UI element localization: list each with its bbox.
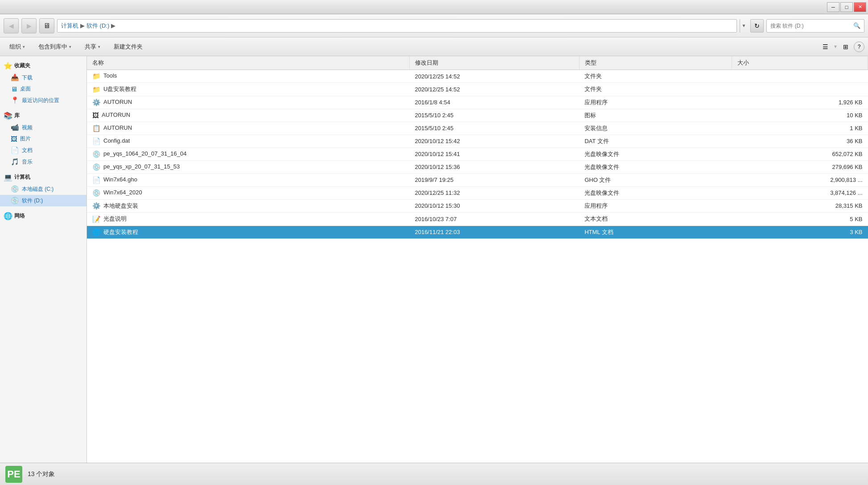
library-icon: 📚	[4, 111, 12, 120]
help-button[interactable]: ?	[854, 41, 864, 52]
file-name-cell[interactable]: 🌐硬盘安装教程	[87, 226, 409, 239]
forward-button[interactable]: ▶	[21, 18, 37, 33]
table-row[interactable]: 📄Config.dat 2020/10/12 15:42DAT 文件36 KB	[87, 135, 868, 148]
file-type-label: GHO 文件	[579, 173, 732, 186]
table-row[interactable]: 📄Win7x64.gho 2019/9/7 19:25GHO 文件2,900,8…	[87, 173, 868, 186]
library-header[interactable]: 📚 库	[0, 110, 86, 122]
sidebar-item-documents[interactable]: 📄 文档	[0, 144, 86, 156]
breadcrumb-item-computer[interactable]: 计算机	[61, 22, 78, 30]
share-button[interactable]: 共享 ▾	[79, 40, 106, 54]
column-type[interactable]: 类型	[579, 56, 732, 70]
music-label: 音乐	[22, 158, 33, 166]
download-icon: 📥	[11, 74, 19, 82]
sidebar-item-download[interactable]: 📥 下载	[0, 72, 86, 83]
file-name-cell[interactable]: ⚙️AUTORUN	[87, 96, 409, 109]
file-name-cell[interactable]: 📁Tools	[87, 70, 409, 83]
file-name-cell[interactable]: 📝光盘说明	[87, 213, 409, 226]
organize-button[interactable]: 组织 ▾	[4, 40, 31, 54]
c-drive-icon: 💿	[11, 185, 19, 193]
view-arrow[interactable]: ▼	[833, 44, 838, 49]
view-toggle-button[interactable]: ☰	[819, 41, 831, 53]
file-type-icon: 💿	[92, 189, 101, 197]
documents-icon: 📄	[11, 146, 19, 154]
file-name-cell[interactable]: 💿Win7x64_2020	[87, 186, 409, 199]
column-size[interactable]: 大小	[732, 56, 868, 70]
column-name[interactable]: 名称	[87, 56, 409, 70]
sidebar-item-d-drive[interactable]: 💿 软件 (D:)	[0, 195, 86, 206]
close-button[interactable]: ✕	[854, 2, 866, 12]
table-row[interactable]: 📝光盘说明 2016/10/23 7:07文本文档5 KB	[87, 213, 868, 226]
sidebar-item-video[interactable]: 📹 视频	[0, 122, 86, 133]
table-row[interactable]: 📋AUTORUN 2015/5/10 2:45安装信息1 KB	[87, 122, 868, 135]
sidebar-item-music[interactable]: 🎵 音乐	[0, 156, 86, 168]
file-name-cell[interactable]: 📄Win7x64.gho	[87, 173, 409, 186]
organize-label: 组织	[9, 43, 21, 51]
file-name-cell[interactable]: 📁U盘安装教程	[87, 83, 409, 96]
file-type-icon: ⚙️	[92, 99, 101, 106]
file-name-cell[interactable]: 📄Config.dat	[87, 135, 409, 148]
file-date-cell: 2020/10/12 15:36	[409, 160, 579, 173]
search-bar[interactable]: 🔍	[766, 19, 864, 33]
file-type-icon: 📄	[92, 176, 101, 184]
table-row[interactable]: ⚙️本地硬盘安装 2020/10/12 15:30应用程序28,315 KB	[87, 199, 868, 213]
file-type-icon: 🖼	[92, 111, 99, 119]
file-area: 名称 修改日期 类型 大小 📁Tools 2020/12/25 14:52文件夹…	[87, 56, 868, 463]
file-type-label: 文件夹	[579, 70, 732, 83]
table-row[interactable]: 💿pe_yqs_xp_20_07_31_15_53 2020/10/12 15:…	[87, 160, 868, 173]
up-button[interactable]: 🖥	[39, 18, 54, 33]
table-row[interactable]: 📁Tools 2020/12/25 14:52文件夹	[87, 70, 868, 83]
desktop-icon: 🖥	[11, 85, 17, 93]
video-icon: 📹	[11, 123, 19, 132]
new-folder-button[interactable]: 新建文件夹	[108, 40, 148, 54]
back-button[interactable]: ◀	[4, 18, 19, 33]
sidebar-item-c-drive[interactable]: 💿 本地磁盘 (C:)	[0, 183, 86, 195]
maximize-button[interactable]: □	[840, 2, 853, 12]
table-row[interactable]: 🖼AUTORUN 2015/5/10 2:45图标10 KB	[87, 109, 868, 122]
refresh-button[interactable]: ↻	[750, 19, 764, 33]
favorites-header[interactable]: ⭐ 收藏夹	[0, 60, 86, 72]
sidebar-item-desktop[interactable]: 🖥 桌面	[0, 83, 86, 95]
file-name-cell[interactable]: 💿pe_yqs_xp_20_07_31_15_53	[87, 160, 409, 173]
file-name-cell[interactable]: 💿pe_yqs_1064_20_07_31_16_04	[87, 148, 409, 160]
search-input[interactable]	[770, 23, 852, 29]
music-icon: 🎵	[11, 158, 19, 166]
file-name-cell[interactable]: 🖼AUTORUN	[87, 109, 409, 122]
computer-header[interactable]: 💻 计算机	[0, 171, 86, 183]
file-size-cell: 3,874,126 ...	[732, 186, 868, 199]
table-row[interactable]: 🌐硬盘安装教程 2016/11/21 22:03HTML 文档3 KB	[87, 226, 868, 239]
favorites-label: 收藏夹	[14, 62, 30, 70]
favorites-section: ⭐ 收藏夹 📥 下载 🖥 桌面 📍 最近访问的位置	[0, 60, 86, 106]
status-count: 13 个对象	[28, 470, 55, 478]
table-row[interactable]: 📁U盘安装教程 2020/12/25 14:52文件夹	[87, 83, 868, 96]
share-arrow: ▾	[98, 45, 100, 49]
column-date[interactable]: 修改日期	[409, 56, 579, 70]
file-type-label: 光盘映像文件	[579, 186, 732, 199]
file-type-label: 应用程序	[579, 199, 732, 213]
network-section: 🌐 网络	[0, 210, 86, 222]
table-row[interactable]: 💿Win7x64_2020 2020/12/25 11:32光盘映像文件3,87…	[87, 186, 868, 199]
breadcrumb-sep-2: ▶	[111, 22, 115, 29]
table-row[interactable]: ⚙️AUTORUN 2016/1/8 4:54应用程序1,926 KB	[87, 96, 868, 109]
minimize-button[interactable]: ─	[827, 2, 839, 12]
status-icon: PE	[5, 466, 22, 483]
file-date-cell: 2020/12/25 14:52	[409, 83, 579, 96]
file-size-cell	[732, 83, 868, 96]
address-dropdown[interactable]: ▼	[740, 19, 748, 33]
file-name-cell[interactable]: 📋AUTORUN	[87, 122, 409, 135]
include-library-button[interactable]: 包含到库中 ▾	[33, 40, 77, 54]
sidebar-item-pictures[interactable]: 🖼 图片	[0, 133, 86, 144]
library-label: 库	[14, 112, 20, 119]
table-row[interactable]: 💿pe_yqs_1064_20_07_31_16_04 2020/10/12 1…	[87, 148, 868, 160]
sidebar-item-recent[interactable]: 📍 最近访问的位置	[0, 95, 86, 106]
computer-section: 💻 计算机 💿 本地磁盘 (C:) 💿 软件 (D:)	[0, 171, 86, 206]
include-arrow: ▾	[69, 45, 71, 49]
breadcrumb-item-drive[interactable]: 软件 (D:)	[86, 22, 109, 30]
computer-group-icon: 💻	[4, 173, 12, 181]
file-size-cell: 10 KB	[732, 109, 868, 122]
pictures-label: 图片	[20, 135, 31, 143]
view-grid-button[interactable]: ⊞	[839, 41, 852, 53]
file-size-cell	[732, 70, 868, 83]
file-name-cell[interactable]: ⚙️本地硬盘安装	[87, 199, 409, 213]
network-header[interactable]: 🌐 网络	[0, 210, 86, 222]
file-date-cell: 2019/9/7 19:25	[409, 173, 579, 186]
